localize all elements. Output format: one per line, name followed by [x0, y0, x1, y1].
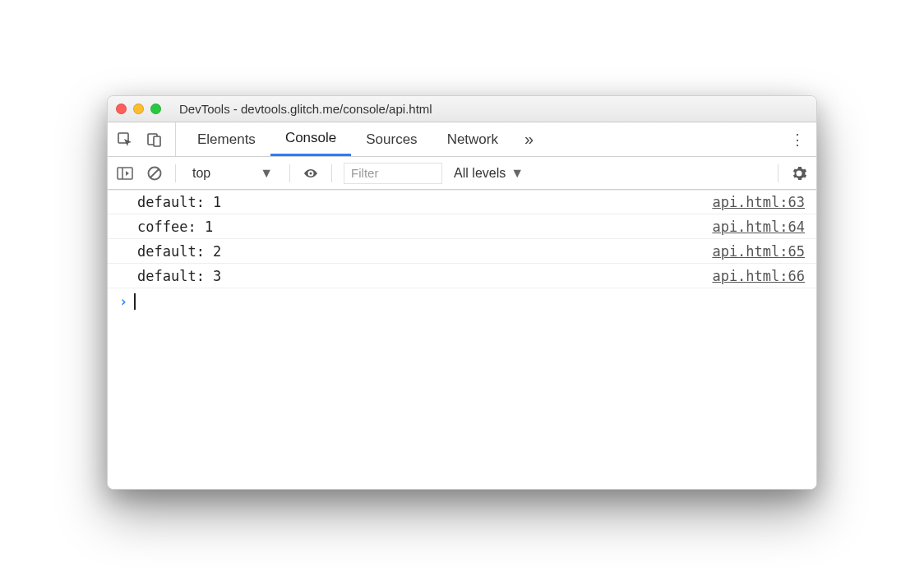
- caret-down-icon: ▼: [260, 166, 273, 181]
- log-levels-selector[interactable]: All levels ▼: [454, 166, 524, 181]
- log-row: default: 3 api.html:66: [108, 264, 816, 288]
- prompt-caret-icon: ›: [119, 293, 127, 310]
- tab-elements[interactable]: Elements: [182, 122, 270, 156]
- context-selector[interactable]: top ▼: [187, 164, 278, 182]
- svg-rect-3: [118, 168, 132, 179]
- log-row: coffee: 1 api.html:64: [108, 214, 816, 239]
- separator: [289, 164, 290, 182]
- console-settings-icon[interactable]: [790, 164, 808, 182]
- log-message: coffee: 1: [137, 219, 213, 235]
- log-source-link[interactable]: api.html:63: [712, 194, 805, 210]
- minimize-button[interactable]: [133, 104, 144, 114]
- more-options-icon[interactable]: ⋮: [788, 131, 806, 149]
- filter-input[interactable]: [344, 163, 442, 184]
- tab-sources[interactable]: Sources: [351, 122, 432, 156]
- close-button[interactable]: [116, 104, 127, 114]
- console-subbar: top ▼ All levels ▼: [108, 157, 816, 190]
- log-source-link[interactable]: api.html:65: [712, 243, 805, 260]
- separator: [331, 164, 332, 182]
- toolbar-left: [116, 122, 176, 156]
- device-toggle-icon[interactable]: [146, 131, 164, 149]
- tab-network[interactable]: Network: [432, 122, 513, 156]
- console-body: default: 1 api.html:63 coffee: 1 api.htm…: [108, 190, 816, 489]
- log-message: default: 1: [137, 194, 221, 210]
- panel-tabs: Elements Console Sources Network: [182, 122, 513, 156]
- console-prompt[interactable]: ›: [108, 288, 816, 315]
- log-message: default: 2: [137, 243, 221, 260]
- log-source-link[interactable]: api.html:66: [712, 268, 805, 284]
- log-source-link[interactable]: api.html:64: [712, 219, 805, 235]
- clear-console-icon[interactable]: [146, 164, 164, 182]
- levels-label: All levels: [454, 166, 506, 181]
- separator: [175, 164, 176, 182]
- separator: [778, 164, 778, 182]
- traffic-lights: [116, 104, 161, 114]
- log-row: default: 2 api.html:65: [108, 239, 816, 264]
- toolbar: Elements Console Sources Network » ⋮: [108, 122, 816, 157]
- caret-down-icon: ▼: [511, 166, 524, 181]
- svg-line-6: [150, 168, 159, 177]
- log-row: default: 1 api.html:63: [108, 190, 816, 214]
- maximize-button[interactable]: [150, 104, 161, 114]
- tab-console[interactable]: Console: [270, 122, 351, 156]
- svg-rect-2: [154, 136, 160, 146]
- tabs-overflow-button[interactable]: »: [513, 122, 545, 156]
- devtools-window: DevTools - devtools.glitch.me/console/ap…: [107, 95, 817, 490]
- window-title: DevTools - devtools.glitch.me/console/ap…: [179, 102, 432, 116]
- text-cursor: [134, 293, 136, 310]
- inspect-element-icon[interactable]: [116, 131, 134, 149]
- subbar-right: [778, 164, 808, 182]
- toggle-drawer-icon[interactable]: [116, 164, 134, 182]
- toolbar-right: ⋮: [783, 122, 811, 156]
- log-message: default: 3: [137, 268, 221, 284]
- titlebar: DevTools - devtools.glitch.me/console/ap…: [108, 96, 816, 122]
- context-value: top: [192, 166, 210, 181]
- live-expression-icon[interactable]: [302, 164, 320, 182]
